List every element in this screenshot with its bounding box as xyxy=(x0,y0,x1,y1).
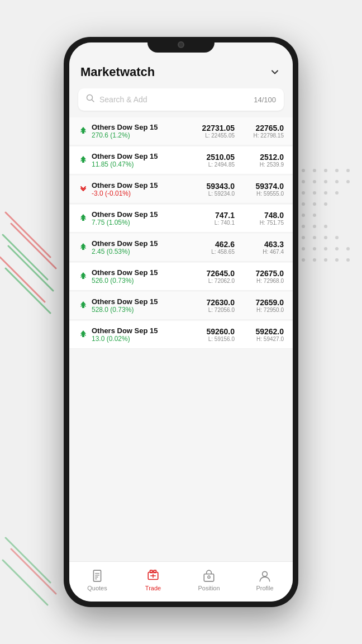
arrow-up-icon xyxy=(78,271,92,283)
svg-point-40 xyxy=(302,258,305,262)
stock-left: Others Dow Sep 15 -3.0 (-0.01%) xyxy=(78,181,190,197)
svg-point-33 xyxy=(324,236,327,239)
stock-name: Others Dow Sep 15 xyxy=(92,181,158,190)
stock-info: Others Dow Sep 15 11.85 (0.47%) xyxy=(92,152,158,168)
bottom-nav: Quotes Trade Position Profile xyxy=(69,561,293,602)
svg-point-17 xyxy=(335,180,339,183)
stock-change: 13.0 (0.02%) xyxy=(92,335,158,343)
stock-change: 526.0 (0.73%) xyxy=(92,277,158,285)
svg-point-18 xyxy=(346,180,350,183)
table-row[interactable]: Others Dow Sep 15 526.0 (0.73%) 72645.0 … xyxy=(69,263,293,291)
arrow-up-icon xyxy=(78,300,92,312)
svg-line-1 xyxy=(11,224,56,268)
price-low-label: L: 458.65 xyxy=(190,249,235,255)
stock-prices: 22731.05 L: 22455.05 22765.0 H: 22798.15 xyxy=(190,124,284,139)
price-low: 59343.0 xyxy=(190,182,235,191)
price-high: 72659.0 xyxy=(239,298,284,307)
price-low-label: L: 59234.0 xyxy=(190,191,235,197)
price-high-col: 748.0 H: 751.75 xyxy=(239,211,284,226)
table-row[interactable]: Others Dow Sep 15 -3.0 (-0.01%) 59343.0 … xyxy=(69,176,293,203)
price-low: 747.1 xyxy=(190,211,235,220)
stock-name: Others Dow Sep 15 xyxy=(92,268,158,277)
nav-item-trade[interactable]: Trade xyxy=(125,569,181,591)
table-row[interactable]: Others Dow Sep 15 270.6 (1.2%) 22731.05 … xyxy=(69,117,293,145)
price-low-col: 72630.0 L: 72056.0 xyxy=(190,298,235,313)
price-low: 59260.0 xyxy=(190,327,235,336)
profile-nav-icon xyxy=(258,569,272,583)
stock-change: 11.85 (0.47%) xyxy=(92,160,158,168)
svg-point-9 xyxy=(302,169,305,172)
price-low: 462.6 xyxy=(190,240,235,249)
price-low: 72630.0 xyxy=(190,298,235,307)
nav-item-quotes[interactable]: Quotes xyxy=(69,569,125,591)
svg-point-27 xyxy=(313,214,316,217)
stock-change: 7.75 (1.05%) xyxy=(92,219,158,226)
stock-left: Others Dow Sep 15 2.45 (0.53%) xyxy=(78,239,190,255)
svg-line-7 xyxy=(11,549,56,594)
svg-point-15 xyxy=(313,180,316,183)
svg-point-38 xyxy=(335,247,339,250)
price-low-col: 462.6 L: 458.65 xyxy=(190,240,235,255)
svg-line-4 xyxy=(0,257,45,302)
svg-point-19 xyxy=(302,191,305,195)
nav-item-position[interactable]: Position xyxy=(181,569,237,591)
arrow-up-icon xyxy=(78,154,92,167)
stock-name: Others Dow Sep 15 xyxy=(92,326,158,335)
stock-table: Others Dow Sep 15 270.6 (1.2%) 22731.05 … xyxy=(69,116,293,561)
table-row[interactable]: Others Dow Sep 15 2.45 (0.53%) 462.6 L: … xyxy=(69,234,293,262)
svg-line-6 xyxy=(6,538,50,583)
svg-line-5 xyxy=(6,268,50,313)
svg-point-32 xyxy=(313,236,316,239)
price-low-col: 2510.05 L: 2494.85 xyxy=(190,153,235,168)
stock-name: Others Dow Sep 15 xyxy=(92,210,158,219)
price-low: 72645.0 xyxy=(190,269,235,278)
stock-prices: 747.1 L: 740.1 748.0 H: 751.75 xyxy=(190,211,284,226)
stock-left: Others Dow Sep 15 270.6 (1.2%) xyxy=(78,123,190,139)
svg-point-23 xyxy=(302,202,305,206)
stock-name: Others Dow Sep 15 xyxy=(92,297,158,306)
price-low-col: 747.1 L: 740.1 xyxy=(190,211,235,226)
price-high-label: H: 59427.0 xyxy=(239,336,284,342)
table-row[interactable]: Others Dow Sep 15 7.75 (1.05%) 747.1 L: … xyxy=(69,205,293,233)
quotes-nav-label: Quotes xyxy=(87,585,107,591)
search-bar[interactable]: Search & Add 14/100 xyxy=(78,88,284,111)
nav-item-profile[interactable]: Profile xyxy=(237,569,293,591)
svg-line-0 xyxy=(6,212,50,257)
svg-point-21 xyxy=(324,191,327,195)
screen: Marketwatch Search & Add 14/100 xyxy=(69,42,293,602)
table-row[interactable]: Others Dow Sep 15 11.85 (0.47%) 2510.05 … xyxy=(69,146,293,174)
price-low-label: L: 740.1 xyxy=(190,220,235,226)
stock-info: Others Dow Sep 15 528.0 (0.73%) xyxy=(92,297,158,314)
price-low: 2510.05 xyxy=(190,153,235,162)
chevron-down-icon[interactable] xyxy=(268,65,282,79)
price-low-label: L: 59156.0 xyxy=(190,336,235,342)
stock-left: Others Dow Sep 15 526.0 (0.73%) xyxy=(78,268,190,285)
price-low-col: 59260.0 L: 59156.0 xyxy=(190,327,235,342)
price-high: 59262.0 xyxy=(239,327,284,336)
svg-point-24 xyxy=(313,202,316,206)
svg-rect-49 xyxy=(154,570,156,572)
price-high-label: H: 467.4 xyxy=(239,249,284,255)
svg-point-29 xyxy=(313,225,316,228)
svg-point-43 xyxy=(335,258,339,262)
price-high-label: H: 72968.0 xyxy=(239,278,284,284)
svg-line-46 xyxy=(92,100,94,102)
table-row[interactable]: Others Dow Sep 15 13.0 (0.02%) 59260.0 L… xyxy=(69,321,293,349)
price-low-label: L: 22455.05 xyxy=(190,132,235,139)
arrow-up-icon xyxy=(78,125,92,138)
stock-left: Others Dow Sep 15 13.0 (0.02%) xyxy=(78,326,190,343)
svg-point-37 xyxy=(324,247,327,250)
svg-point-51 xyxy=(208,576,210,578)
price-high-col: 59262.0 H: 59427.0 xyxy=(239,327,284,342)
price-high-label: H: 2539.9 xyxy=(239,162,284,168)
price-low-label: L: 72056.0 xyxy=(190,307,235,313)
price-high-col: 59374.0 H: 59555.0 xyxy=(239,182,284,197)
stock-info: Others Dow Sep 15 13.0 (0.02%) xyxy=(92,326,158,343)
svg-point-13 xyxy=(346,169,350,172)
svg-rect-50 xyxy=(204,574,213,581)
stock-prices: 59343.0 L: 59234.0 59374.0 H: 59555.0 xyxy=(190,182,284,197)
svg-point-34 xyxy=(335,236,339,239)
svg-point-11 xyxy=(324,169,327,172)
table-row[interactable]: Others Dow Sep 15 528.0 (0.73%) 72630.0 … xyxy=(69,292,293,320)
stock-info: Others Dow Sep 15 7.75 (1.05%) xyxy=(92,210,158,226)
